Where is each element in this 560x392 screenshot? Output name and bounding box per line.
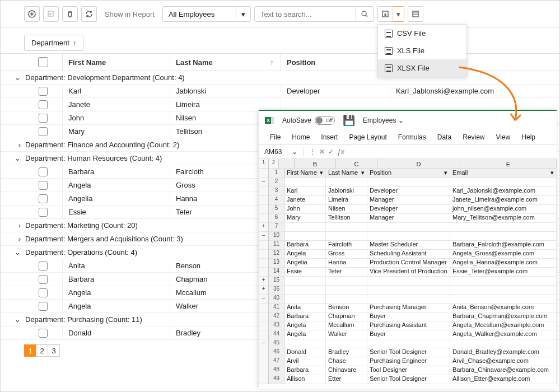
collapse-icon[interactable]: ⌄ — [1, 248, 24, 256]
row-number[interactable]: 42 — [269, 312, 284, 321]
workbook-name[interactable]: Employees ⌄ — [363, 116, 404, 124]
excel-row[interactable]: 43AngelaMccallumPurchasing AssistantAnge… — [269, 321, 557, 330]
row-number[interactable]: 15 — [269, 277, 284, 285]
row-number[interactable]: 13 — [269, 259, 284, 267]
row-checkbox[interactable] — [39, 181, 48, 190]
row-checkbox[interactable] — [39, 87, 48, 96]
table-row[interactable]: KarlJablonskiDeveloperKarl_Jablonski@exa… — [1, 85, 559, 98]
ribbon-data[interactable]: Data — [437, 133, 451, 141]
excel-row[interactable]: 48BarbaraChinavareTool DesignerBarbara_C… — [269, 366, 557, 375]
enter-icon[interactable]: ✓ — [328, 148, 334, 156]
excel-row[interactable]: 13AngeliaHannaProduction Control Manager… — [269, 259, 557, 268]
outline-level-1[interactable]: 1 — [259, 159, 269, 169]
outline-toggle[interactable] — [259, 348, 268, 357]
outline-toggle[interactable] — [259, 330, 268, 339]
outline-toggle[interactable] — [259, 375, 268, 384]
outline-toggle[interactable] — [259, 259, 268, 268]
row-number[interactable]: 11 — [269, 241, 284, 249]
export-dropdown-toggle[interactable]: ▾ — [393, 6, 404, 22]
excel-row[interactable]: 42BarbaraChapmanBuyerBarbara_Chapman@exa… — [269, 312, 557, 321]
expand-icon[interactable]: › — [1, 141, 24, 149]
col-head-c[interactable]: C — [336, 159, 377, 169]
excel-row[interactable]: 40 — [269, 295, 557, 304]
col-position[interactable]: Position — [281, 54, 390, 71]
col-head-e[interactable]: E — [460, 159, 557, 169]
search-input[interactable] — [255, 10, 356, 18]
cancel-icon[interactable]: ✕ — [319, 148, 325, 156]
row-number[interactable]: 4 — [269, 196, 284, 204]
select-all-checkbox[interactable] — [38, 57, 48, 67]
export-xlsx-item[interactable]: XLSX File — [378, 59, 466, 77]
row-number[interactable]: 14 — [269, 268, 284, 276]
ribbon-page-layout[interactable]: Page Layout — [349, 133, 386, 141]
outline-toggle[interactable] — [259, 241, 268, 250]
add-button[interactable] — [24, 6, 40, 22]
excel-row[interactable]: 12AngelaGrossScheduling AssistantAngela_… — [269, 250, 557, 259]
fx-icon[interactable]: ƒx — [337, 148, 344, 156]
autosave-toggle[interactable]: AutoSave Off — [282, 116, 335, 125]
excel-row[interactable]: 4JaneteLimeiraManagerJanete_Limeira@exam… — [269, 196, 557, 205]
row-number[interactable]: 3 — [269, 187, 284, 195]
col-head-d[interactable]: D — [377, 159, 460, 169]
outline-toggle[interactable] — [259, 357, 268, 366]
row-checkbox[interactable] — [39, 114, 48, 123]
group-chip-department[interactable]: Department ↑ — [24, 35, 83, 51]
expand-icon[interactable]: › — [1, 221, 24, 230]
row-number[interactable]: 47 — [269, 357, 284, 366]
ribbon-insert[interactable]: Insert — [321, 133, 338, 141]
row-number[interactable]: 49 — [269, 375, 284, 384]
outline-toggle[interactable]: + — [259, 223, 268, 232]
ribbon-view[interactable]: View — [496, 133, 511, 141]
ribbon-file[interactable]: File — [270, 133, 281, 141]
ribbon-review[interactable]: Review — [463, 133, 484, 141]
group-row[interactable]: ⌄Department: Development Department (Cou… — [1, 71, 559, 85]
outline-toggle[interactable]: + — [259, 286, 268, 295]
excel-row[interactable]: 10 — [269, 232, 557, 241]
row-checkbox[interactable] — [39, 167, 48, 176]
outline-toggle[interactable]: – — [259, 295, 268, 304]
excel-row[interactable]: 6MaryTellitsonManagerMary_Tellitson@exam… — [269, 214, 557, 223]
outline-toggle[interactable]: – — [259, 178, 268, 187]
export-button[interactable] — [377, 6, 393, 22]
outline-toggle[interactable] — [259, 304, 268, 312]
row-checkbox[interactable] — [39, 262, 48, 270]
row-checkbox[interactable] — [39, 302, 48, 311]
refresh-button[interactable] — [81, 6, 97, 22]
page-2[interactable]: 2 — [36, 344, 48, 357]
excel-row[interactable]: 5JohnNilsenDeveloperjohn_nilsen@example.… — [269, 205, 557, 214]
row-number[interactable]: 44 — [269, 330, 284, 339]
delete-button[interactable] — [62, 6, 78, 22]
name-box[interactable]: AM63⌄ — [259, 148, 304, 156]
row-checkbox[interactable] — [39, 329, 48, 338]
column-chooser-button[interactable] — [408, 6, 423, 22]
excel-row[interactable]: 3KarlJablonskiDeveloperKarl_Jablonski@ex… — [269, 187, 557, 196]
row-number[interactable]: 45 — [269, 339, 284, 348]
excel-row[interactable]: 46DonaldBradleySenior Tool DesignerDonal… — [269, 348, 557, 357]
outline-toggle[interactable] — [259, 214, 268, 223]
col-head-b[interactable]: B — [295, 159, 336, 169]
outline-toggle[interactable] — [259, 312, 268, 321]
outline-toggle[interactable] — [259, 268, 268, 277]
ribbon-help[interactable]: Help — [521, 133, 535, 141]
outline-toggle[interactable] — [259, 250, 268, 259]
excel-row[interactable]: 49AllisonEtterSenior Tool DesignerAlliso… — [269, 375, 557, 384]
row-checkbox[interactable] — [39, 194, 48, 203]
outline-toggle[interactable] — [259, 196, 268, 205]
filter-dropdown-icon[interactable]: ▾ — [361, 169, 365, 176]
row-number[interactable]: 36 — [269, 286, 284, 294]
filter-combo[interactable]: All Employees ▾ — [162, 6, 251, 22]
outline-toggle[interactable] — [259, 187, 268, 196]
collapse-icon[interactable]: ⌄ — [1, 73, 24, 82]
excel-row[interactable]: 44AngelaWalkerBuyerAngela_Walker@example… — [269, 330, 557, 339]
page-3[interactable]: 3 — [48, 344, 60, 357]
excel-row[interactable]: 7 — [269, 223, 557, 232]
export-xls-item[interactable]: XLS File — [378, 42, 466, 59]
row-checkbox[interactable] — [39, 127, 48, 136]
col-first-name[interactable]: First Name — [62, 54, 170, 71]
row-checkbox[interactable] — [39, 288, 48, 297]
row-number[interactable]: 12 — [269, 250, 284, 258]
excel-row[interactable]: 45 — [269, 339, 557, 348]
filter-dropdown-icon[interactable]: ▾ — [444, 169, 447, 176]
row-checkbox[interactable] — [39, 275, 48, 284]
row-number[interactable]: 46 — [269, 348, 284, 357]
